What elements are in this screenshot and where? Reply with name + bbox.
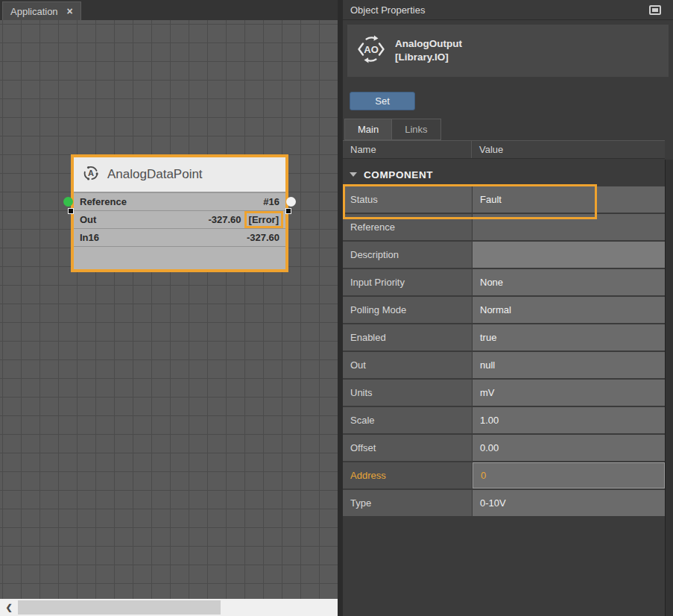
node-slot-name: In16 (80, 232, 99, 243)
prop-name-address: Address (343, 462, 472, 488)
object-type-title: AnalogOutput (395, 37, 462, 51)
object-library-subtitle: [Library.IO] (395, 51, 462, 64)
prop-value-offset[interactable]: 0.00 (473, 435, 665, 461)
pane-splitter[interactable] (338, 0, 343, 616)
object-properties-pane: Object Properties AO AnalogOutput [Libra… (343, 0, 673, 616)
panel-title: Object Properties (350, 4, 425, 16)
prop-row-offset[interactable]: Offset0.00 (343, 435, 665, 461)
prop-value-units[interactable]: mV (473, 380, 665, 406)
prop-row-scale[interactable]: Scale1.00 (343, 407, 665, 433)
node-title: AnalogDataPoint (107, 167, 203, 182)
prop-name-polling-mode: Polling Mode (343, 297, 472, 323)
analog-datapoint-node[interactable]: A AnalogDataPoint Reference#16Out-327.60… (71, 154, 288, 272)
input-port[interactable] (63, 197, 73, 207)
dock-icon[interactable] (649, 5, 661, 15)
prop-name-description: Description (343, 242, 472, 268)
node-slot-value: #16 (263, 196, 279, 207)
prop-value-scale[interactable]: 1.00 (473, 407, 665, 433)
section-component[interactable]: COMPONENT (343, 163, 673, 186)
prop-row-units[interactable]: UnitsmV (343, 380, 665, 406)
svg-text:A: A (88, 169, 94, 177)
node-row-out[interactable]: Out-327.60[Error] (74, 211, 285, 229)
node-slot-value: -327.60 (208, 214, 241, 225)
prop-name-out: Out (343, 352, 472, 378)
tab-main[interactable]: Main (344, 119, 392, 140)
prop-name-reference: Reference (343, 214, 472, 240)
prop-row-address[interactable]: Address0 (343, 462, 665, 488)
prop-row-reference[interactable]: Reference (343, 214, 665, 240)
node-row-reference[interactable]: Reference#16 (74, 193, 285, 211)
collapse-triangle-icon (350, 172, 357, 177)
output-port[interactable] (286, 197, 296, 207)
prop-row-input-priority[interactable]: Input PriorityNone (343, 269, 665, 295)
prop-value-address[interactable]: 0 (473, 462, 665, 488)
set-button[interactable]: Set (350, 92, 415, 110)
prop-name-status: Status (343, 186, 472, 213)
node-slot-name: Out (80, 214, 96, 225)
document-tabbar: Application × (0, 0, 338, 20)
prop-value-type[interactable]: 0-10V (473, 490, 665, 516)
column-header-name: Name (343, 141, 472, 158)
prop-value-status[interactable]: Fault (473, 186, 665, 213)
prop-value-input-priority[interactable]: None (473, 269, 665, 295)
grid-column-header: Name Value (343, 140, 665, 159)
prop-value-enabled[interactable]: true (473, 324, 665, 351)
node-rows: Reference#16Out-327.60[Error]In16-327.60 (74, 193, 285, 269)
prop-value-reference[interactable] (473, 214, 665, 240)
node-slot-name: Reference (80, 196, 127, 207)
node-row-in16[interactable]: In16-327.60 (74, 229, 285, 247)
node-header[interactable]: A AnalogDataPoint (74, 157, 285, 193)
props-tabs: MainLinks (344, 119, 673, 140)
scrollbar-thumb[interactable] (18, 600, 221, 615)
prop-name-type: Type (343, 490, 472, 516)
prop-value-polling-mode[interactable]: Normal (473, 297, 665, 323)
close-icon[interactable]: × (67, 6, 73, 16)
scroll-left-arrow-icon[interactable]: ❮ (1, 599, 16, 616)
prop-value-out[interactable]: null (473, 352, 665, 378)
prop-name-offset: Offset (343, 435, 472, 461)
prop-row-polling-mode[interactable]: Polling ModeNormal (343, 297, 665, 323)
prop-row-status[interactable]: StatusFault (343, 186, 665, 213)
prop-row-description[interactable]: Description (343, 242, 665, 268)
prop-name-input-priority: Input Priority (343, 269, 472, 295)
column-header-value: Value (472, 144, 503, 155)
prop-row-out[interactable]: Outnull (343, 352, 665, 378)
prop-name-enabled: Enabled (343, 324, 472, 351)
diagram-pane: Application × A (0, 0, 338, 616)
selection-handle-right[interactable] (285, 208, 291, 214)
panel-titlebar: Object Properties (343, 0, 673, 20)
wiresheet-canvas[interactable]: A AnalogDataPoint Reference#16Out-327.60… (0, 20, 338, 599)
tab-application[interactable]: Application × (2, 1, 81, 20)
prop-name-scale: Scale (343, 407, 472, 433)
tab-application-label: Application (10, 6, 58, 17)
prop-row-type[interactable]: Type0-10V (343, 490, 665, 516)
error-badge: [Error] (244, 211, 283, 228)
svg-text:AO: AO (364, 44, 379, 55)
horizontal-scrollbar[interactable]: ❮ (0, 599, 341, 616)
prop-row-enabled[interactable]: Enabledtrue (343, 324, 665, 351)
analog-datapoint-icon: A (83, 165, 99, 185)
node-slot-value: -327.60 (247, 232, 279, 243)
analog-output-icon: AO (356, 34, 386, 67)
node-row-empty (74, 247, 285, 269)
section-label: COMPONENT (364, 169, 433, 180)
grid-right-gutter (665, 160, 673, 616)
object-header-card: AO AnalogOutput [Library.IO] (347, 25, 669, 77)
selection-handle-left[interactable] (68, 208, 74, 214)
tab-links[interactable]: Links (392, 119, 440, 140)
prop-value-description[interactable] (473, 242, 665, 268)
prop-name-units: Units (343, 380, 472, 406)
property-grid: StatusFaultReferenceDescriptionInput Pri… (343, 186, 665, 516)
